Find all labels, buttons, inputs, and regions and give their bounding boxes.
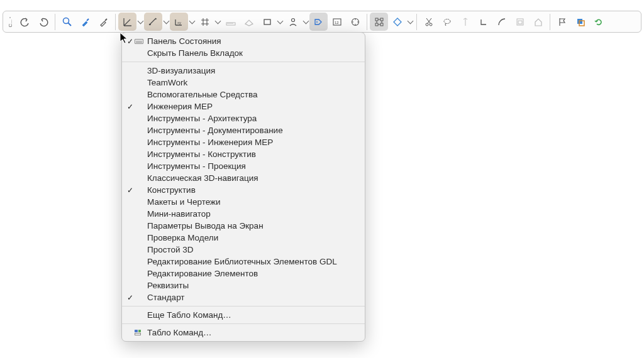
menu-separator [122,323,365,324]
menu-item-more-toolbars[interactable]: Еще Табло Команд… [122,309,365,321]
user-dropdown[interactable] [302,13,309,31]
redo-button[interactable] [34,13,52,31]
rect-dropdown[interactable] [276,13,284,31]
check-icon: ✓ [126,293,135,302]
toolbar-grip[interactable]: C... [6,13,14,31]
flag-button[interactable] [553,13,571,31]
menu-item[interactable]: Реквизиты [122,279,365,291]
vertical-guide-button[interactable] [456,13,474,31]
angle-tool-button[interactable] [118,13,136,31]
home-button[interactable] [529,13,547,31]
menu-item[interactable]: Инструменты - Проекция [122,160,365,172]
svg-line-1 [68,23,71,26]
rect-button[interactable] [258,13,276,31]
check-icon: ✓ [126,102,135,111]
menu-item[interactable]: Инструменты - Инженерия MEP [122,136,365,148]
svg-rect-5 [264,19,270,24]
tag-button[interactable] [309,13,328,31]
dimension-tool-dropdown[interactable] [162,13,170,31]
toolbar-grip-label: C... [8,20,13,28]
svg-point-7 [316,21,318,23]
plane-button[interactable] [240,13,258,31]
rotate-button[interactable] [388,13,406,31]
rotate-dropdown[interactable] [406,13,414,31]
svg-text:xy: xy [177,21,181,24]
layers-button[interactable] [571,13,589,31]
menu-item[interactable]: Редактирование Элементов [122,268,365,279]
main-toolbar: C... xy [3,11,641,33]
inject-button[interactable] [94,13,113,31]
panel-icon [135,39,147,44]
menu-item[interactable]: ✓Конструктив [122,184,365,196]
dimension-tool-button[interactable] [144,13,162,31]
toolbar-separator [550,14,550,30]
toolbar-separator [367,14,367,30]
lasso-button[interactable] [438,13,456,31]
toolbar-separator [416,14,417,30]
corner-button[interactable] [474,13,492,31]
toolbar-context-menu: ✓ Панель Состояния Скрыть Панель Вкладок… [121,32,365,342]
svg-rect-11 [375,18,378,21]
nodes-button[interactable] [370,13,388,31]
svg-point-2 [148,23,150,24]
menu-item-status-panel[interactable]: ✓ Панель Состояния [122,35,365,47]
grid-dropdown[interactable] [214,13,221,31]
menu-item[interactable]: Инструменты - Документирование [122,124,365,136]
svg-point-6 [291,18,294,21]
menu-item[interactable]: Инструменты - Архитектура [122,112,365,124]
arc-button[interactable] [492,13,511,31]
toolbar-separator [55,14,55,30]
svg-point-16 [430,23,432,26]
menu-item[interactable]: Инструменты - Конструктив [122,148,365,160]
compass-button[interactable] [346,13,364,31]
menu-item-toolbars-dialog[interactable]: Табло Команд… [122,327,365,339]
svg-rect-13 [375,23,378,26]
menu-item[interactable]: Мини-навигатор [122,208,365,220]
window-button[interactable] [511,13,529,31]
grid-button[interactable] [196,13,214,31]
eyedropper-button[interactable] [76,13,94,31]
user-button[interactable] [284,13,302,31]
menu-item[interactable]: ✓Инженерия MEP [122,100,365,112]
coord-tool-dropdown[interactable] [188,13,196,31]
menu-item[interactable]: TeamWork [122,77,365,89]
menu-item[interactable]: ✓Стандарт [122,291,365,303]
calendar-button[interactable]: 12 [328,13,346,31]
menu-item[interactable]: Редактирование Библиотечных Элементов GD… [122,256,365,268]
menu-item[interactable]: Классическая 3D-навигация [122,172,365,184]
menu-item[interactable]: Вспомогательные Средства [122,89,365,100]
refresh-button[interactable] [589,13,608,31]
menu-item-hide-tabs[interactable]: Скрыть Панель Вкладок [122,47,365,59]
angle-tool-dropdown[interactable] [136,13,144,31]
svg-point-0 [63,18,69,23]
toolbar-separator [115,14,116,30]
svg-text:12: 12 [335,21,339,24]
menu-item[interactable]: Параметры Вывода на Экран [122,220,365,232]
svg-point-15 [426,23,428,26]
coord-tool-button[interactable]: xy [170,13,188,31]
menu-separator [122,62,365,62]
svg-rect-14 [380,23,383,26]
undo-button[interactable] [16,13,34,31]
menu-item[interactable]: Простой 3D [122,244,365,256]
check-icon: ✓ [126,37,135,46]
menu-item[interactable]: 3D-визуализация [122,65,365,77]
menu-separator [122,306,365,306]
cut-button[interactable] [419,13,438,31]
svg-rect-19 [518,21,522,24]
menu-item[interactable]: Макеты и Чертежи [122,196,365,208]
svg-point-17 [444,19,450,23]
svg-rect-20 [577,19,582,24]
menu-item[interactable]: Проверка Модели [122,232,365,244]
toolbars-icon [135,330,147,336]
ruler-button[interactable] [221,13,240,31]
zoom-tool-button[interactable] [58,13,76,31]
svg-rect-12 [380,18,383,21]
check-icon: ✓ [126,186,135,195]
